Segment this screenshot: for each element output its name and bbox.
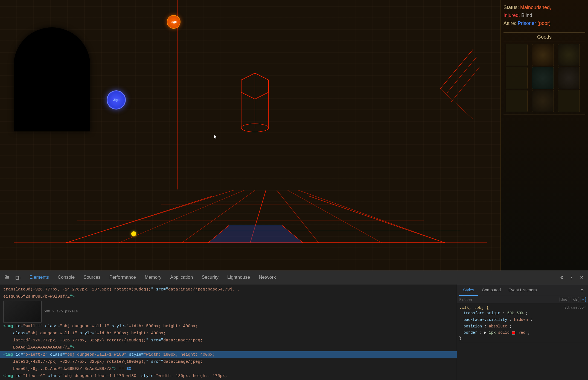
goods-slot-9[interactable]: [558, 90, 580, 112]
pedestal-wireframe: [230, 68, 280, 136]
html-line: late3d(-926.777px, -326.777px, 325px) ro…: [0, 337, 457, 344]
goods-slot-8[interactable]: [532, 90, 554, 112]
tab-lighthouse[interactable]: Lighthouse: [223, 271, 254, 284]
tab-elements[interactable]: Elements: [25, 271, 53, 284]
html-line: <img id="wall-1" class="obj dungeon-wall…: [0, 323, 457, 330]
game-canvas[interactable]: Jigil Jigil: [0, 0, 500, 270]
status-injured: Injured,: [503, 13, 520, 18]
attire-quality: (poor): [537, 21, 551, 26]
tab-memory[interactable]: Memory: [140, 271, 166, 284]
styles-filter-input[interactable]: [459, 297, 560, 302]
entity-orange[interactable]: Jigil: [167, 15, 181, 29]
floor-grid: [14, 166, 487, 249]
status-conditions-line: Injured, Blind: [503, 12, 585, 19]
svg-line-13: [66, 196, 213, 243]
css-source-ref[interactable]: 3d.css:554: [564, 306, 586, 310]
css-selector: .clk, .obj {: [459, 306, 489, 310]
image-preview-thumbnail: [3, 301, 42, 323]
status-section: Status: Malnourished, Injured, Blind Att…: [503, 3, 585, 31]
dungeon-scene: Jigil Jigil: [0, 0, 500, 270]
styles-tab-styles[interactable]: Styles: [459, 284, 478, 296]
devtools-nav-icons: [2, 273, 22, 282]
image-dimensions: 500 × 175 pixels: [44, 309, 78, 315]
goods-slot-7[interactable]: [506, 90, 528, 112]
devtools-tabs-bar: Elements Console Sources Performance Mem…: [0, 271, 588, 284]
styles-panel: Styles Computed Event Listeners » :hov .…: [457, 284, 588, 380]
tab-console[interactable]: Console: [53, 271, 79, 284]
filter-badges: :hov .cls +: [560, 297, 586, 302]
styles-tab-computed[interactable]: Computed: [478, 284, 505, 296]
tab-network[interactable]: Network: [254, 271, 280, 284]
svg-line-24: [447, 56, 478, 93]
attire-line: Attire: Prisoner (poor): [503, 20, 585, 27]
status-malnourished: Malnourished,: [520, 5, 551, 10]
styles-filter-bar: :hov .cls +: [457, 296, 588, 303]
entity-blue[interactable]: Jigil: [107, 90, 126, 110]
html-line: late3d(-426.777px, -326.777px, 325px) ro…: [0, 358, 457, 365]
svg-marker-15: [208, 225, 303, 243]
tab-application[interactable]: Application: [166, 271, 197, 284]
goods-slot-4[interactable]: [506, 67, 528, 89]
close-devtools-button[interactable]: ✕: [577, 273, 586, 282]
goods-section: Goods: [503, 32, 585, 114]
red-slant-lines: [429, 49, 484, 131]
cls-badge[interactable]: .cls: [571, 297, 579, 302]
css-rule-position: position : absolute ;: [459, 323, 586, 330]
html-line: <img id="floor-6" class="obj dungeon-flo…: [0, 373, 457, 380]
red-vertical-line: [177, 0, 178, 189]
goods-slot-1[interactable]: [506, 44, 528, 66]
attire-label: Attire:: [503, 21, 516, 26]
devtools-content: translate3d(-926.777px, -14.2767px, 237.…: [0, 284, 588, 380]
styles-content[interactable]: .clk, .obj { 3d.css:554 transform-origin…: [457, 303, 588, 380]
status-blind: Blind: [521, 13, 532, 18]
svg-line-26: [440, 89, 473, 119]
goods-slot-5[interactable]: [532, 67, 554, 89]
yellow-dot-entity: [131, 231, 136, 236]
css-block: .clk, .obj { 3d.css:554 transform-origin…: [459, 306, 586, 343]
styles-tabs-bar: Styles Computed Event Listeners »: [457, 284, 588, 296]
hov-badge[interactable]: :hov: [560, 297, 569, 302]
goods-slot-6[interactable]: [558, 67, 580, 89]
html-line: 500 × 175 pixels: [0, 300, 457, 323]
device-toggle-button[interactable]: [13, 273, 22, 282]
color-swatch-red[interactable]: [512, 331, 515, 335]
css-block-header: .clk, .obj { 3d.css:554: [459, 306, 586, 310]
styles-tab-event-listeners[interactable]: Event Listeners: [505, 284, 540, 296]
right-panel: Status: Malnourished, Injured, Blind Att…: [500, 0, 588, 270]
tab-sources[interactable]: Sources: [79, 271, 105, 284]
html-line: e1Tq8n05f2sHrUuL/b+w0l0sf/Z">: [0, 293, 457, 300]
goods-title: Goods: [503, 33, 585, 42]
tab-performance[interactable]: Performance: [105, 271, 140, 284]
css-close-brace: }: [459, 336, 586, 341]
html-line: BoAAqKlAAAAAAAAAAAAH//Z">: [0, 344, 457, 351]
html-line: class="obj dungeon-wall-1" style="width:…: [0, 330, 457, 337]
devtools-right-icons: ⚙ ⋮ ✕: [557, 273, 586, 282]
svg-line-14: [308, 196, 445, 243]
tab-security[interactable]: Security: [197, 271, 223, 284]
svg-line-25: [451, 67, 480, 102]
game-area: Jigil Jigil Status: Malnourished, Injure…: [0, 0, 588, 270]
html-line-selected[interactable]: <img id="o-left-2" class="obj dungeon-wa…: [0, 351, 457, 358]
svg-rect-33: [19, 277, 20, 279]
svg-line-11: [298, 190, 445, 243]
html-line: base64,/9j...DzAnoPTdWG8BFZYf8mAnSwBR//Z…: [0, 365, 457, 373]
goods-slot-2[interactable]: [532, 44, 554, 66]
more-options-button[interactable]: ⋮: [567, 273, 576, 282]
settings-button[interactable]: ⚙: [557, 273, 566, 282]
status-label: Status:: [503, 5, 519, 10]
goods-grid: [503, 42, 585, 114]
dungeon-arch: [14, 27, 90, 131]
styles-tabs-more[interactable]: »: [579, 286, 586, 294]
css-rule-border: border : ▶ 1px solid red ;: [459, 330, 586, 336]
css-rule-backface-visibility: backface-visibility : hidden ;: [459, 317, 586, 323]
svg-rect-28: [5, 276, 7, 277]
goods-slot-3[interactable]: [558, 44, 580, 66]
css-rule-transform-origin: transform-origin : 50% 50% ;: [459, 310, 586, 317]
devtools-panel: Elements Console Sources Performance Mem…: [0, 270, 588, 380]
attire-value: Prisoner: [518, 21, 537, 26]
inspect-element-button[interactable]: [2, 273, 11, 282]
add-style-badge[interactable]: +: [581, 297, 586, 302]
elements-panel[interactable]: translate3d(-926.777px, -14.2767px, 237.…: [0, 284, 457, 380]
svg-rect-32: [16, 276, 19, 280]
svg-line-23: [440, 49, 473, 89]
